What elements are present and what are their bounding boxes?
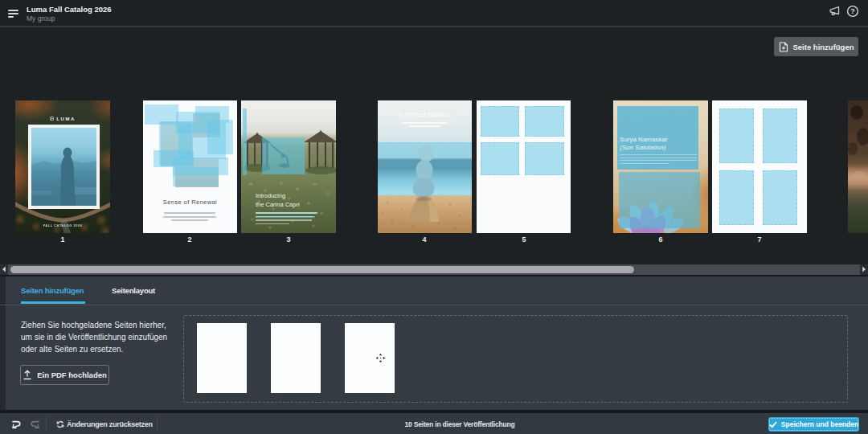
svg-text:?: ? — [850, 7, 855, 15]
